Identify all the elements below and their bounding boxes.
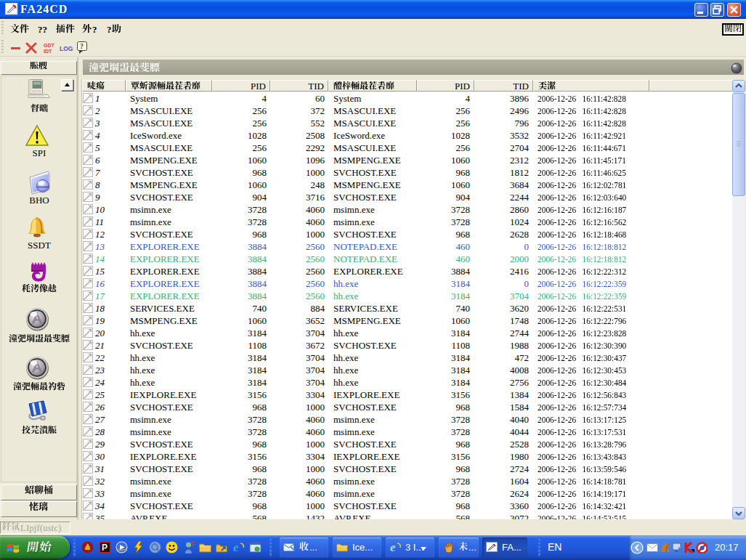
svg-text:IDT: IDT (44, 49, 52, 54)
svg-text:e: e (233, 541, 239, 553)
svg-text:LOG: LOG (60, 45, 73, 52)
svg-text:e: e (390, 541, 396, 553)
svg-text:P: P (102, 543, 108, 553)
svg-text:?: ? (80, 42, 84, 50)
svg-text:GDT: GDT (44, 43, 55, 48)
